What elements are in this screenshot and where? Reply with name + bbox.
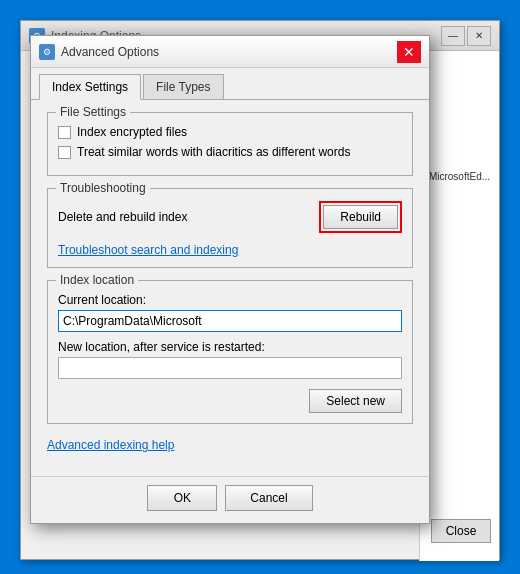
diacritics-checkbox[interactable]: [58, 146, 71, 159]
ok-button[interactable]: OK: [147, 485, 217, 511]
current-location-label: Current location:: [58, 293, 402, 307]
encrypt-checkbox[interactable]: [58, 126, 71, 139]
file-settings-title: File Settings: [56, 105, 130, 119]
encrypt-label: Index encrypted files: [77, 125, 187, 139]
new-location-label: New location, after service is restarted…: [58, 340, 402, 354]
dialog-titlebar: ⚙ Advanced Options ✕: [31, 36, 429, 68]
rebuild-button[interactable]: Rebuild: [323, 205, 398, 229]
dialog-icon: ⚙: [39, 44, 55, 60]
troubleshooting-group: Troubleshooting Delete and rebuild index…: [47, 188, 413, 268]
encrypt-row: Index encrypted files: [58, 125, 402, 139]
rebuild-row: Delete and rebuild index Rebuild: [58, 201, 402, 233]
index-location-group: Index location Current location: New loc…: [47, 280, 413, 424]
bg-right-panel: MicrosoftEd...: [419, 51, 499, 561]
select-new-button[interactable]: Select new: [309, 389, 402, 413]
dialog-close-button[interactable]: ✕: [397, 41, 421, 63]
tab-index-settings[interactable]: Index Settings: [39, 74, 141, 100]
file-settings-content: Index encrypted files Treat similar word…: [58, 125, 402, 159]
location-content: Current location: New location, after se…: [58, 293, 402, 413]
file-settings-group: File Settings Index encrypted files Trea…: [47, 112, 413, 176]
index-location-title: Index location: [56, 273, 138, 287]
advanced-options-dialog: ⚙ Advanced Options ✕ Index Settings File…: [30, 35, 430, 524]
bg-close-btn[interactable]: ✕: [467, 26, 491, 46]
bg-close-button[interactable]: Close: [431, 519, 491, 543]
new-location-input[interactable]: [58, 357, 402, 379]
troubleshoot-link[interactable]: Troubleshoot search and indexing: [58, 243, 238, 257]
bg-window-controls: — ✕: [441, 26, 491, 46]
delete-rebuild-label: Delete and rebuild index: [58, 210, 187, 224]
dialog-title: Advanced Options: [61, 45, 397, 59]
bg-minimize-btn[interactable]: —: [441, 26, 465, 46]
dialog-buttons: OK Cancel: [31, 476, 429, 523]
dialog-content: File Settings Index encrypted files Trea…: [31, 100, 429, 476]
troubleshooting-title: Troubleshooting: [56, 181, 150, 195]
diacritics-row: Treat similar words with diacritics as d…: [58, 145, 402, 159]
advanced-indexing-help-link[interactable]: Advanced indexing help: [47, 438, 174, 452]
diacritics-label: Treat similar words with diacritics as d…: [77, 145, 350, 159]
troubleshooting-content: Delete and rebuild index Rebuild Trouble…: [58, 201, 402, 257]
select-new-row: Select new: [58, 389, 402, 413]
current-location-input[interactable]: [58, 310, 402, 332]
bg-list-item: MicrosoftEd...: [429, 171, 490, 182]
help-link-row: Advanced indexing help: [47, 436, 413, 452]
cancel-button[interactable]: Cancel: [225, 485, 312, 511]
rebuild-btn-wrapper: Rebuild: [319, 201, 402, 233]
tab-file-types[interactable]: File Types: [143, 74, 223, 99]
tabs-bar: Index Settings File Types: [31, 68, 429, 100]
